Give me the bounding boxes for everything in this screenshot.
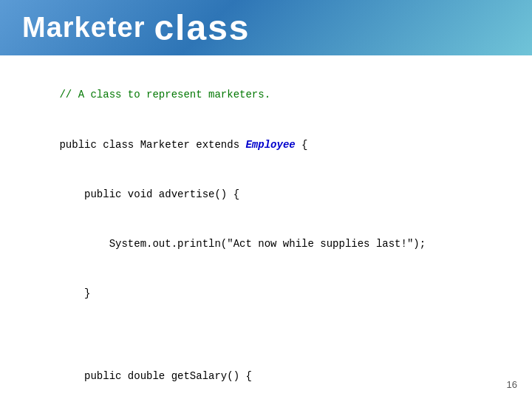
slide: Marketer class // A class to represent m… [0, 0, 532, 399]
header-title-class: class [154, 7, 250, 48]
code-comment: // A class to represent marketers. [59, 89, 270, 100]
code-line6: public double getSalary() { [59, 370, 251, 382]
slide-header: Marketer class [0, 0, 532, 55]
header-title-normal: Marketer [22, 12, 145, 44]
code-block: // A class to represent marketers. publi… [22, 70, 510, 399]
code-employee-highlight: Employee [245, 139, 295, 151]
page-number: 16 [507, 379, 517, 390]
code-line4: } [59, 287, 90, 299]
code-line1: public class Marketer extends Employee { [59, 139, 307, 151]
code-line3: System.out.println("Act now while suppli… [59, 238, 426, 250]
slide-content: // A class to represent marketers. publi… [0, 55, 532, 399]
code-line2: public void advertise() { [59, 188, 239, 200]
